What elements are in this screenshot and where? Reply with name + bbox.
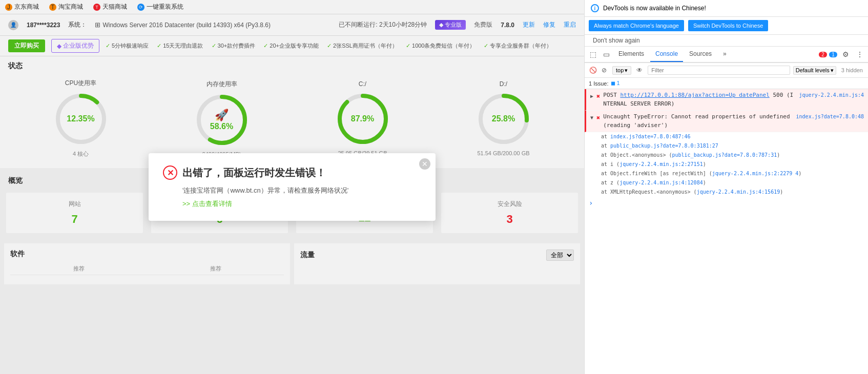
filter-input[interactable]: [648, 66, 790, 75]
more-options-icon[interactable]: ⋮: [854, 48, 866, 60]
devtools-tabs-bar: ⬚ ▭ Elements Console Sources » 2 1 ⚙ ⋮: [585, 47, 868, 63]
modal-message: '连接宝塔官网（www.bt.cn）异常，请检查服务网络状况': [182, 186, 421, 195]
stack-5: at z (jquery-2.2.4.min.js:4:12084): [585, 178, 868, 188]
devtools-panel: i DevTools is now available in Chinese! …: [584, 0, 868, 374]
modal-detail-link[interactable]: >> 点击查看详情: [182, 199, 421, 209]
devtools-info-text: DevTools is now available in Chinese!: [603, 5, 706, 12]
tab-elements[interactable]: Elements: [613, 47, 649, 62]
modal-error-icon: ✕: [163, 165, 177, 180]
filter-toggle-icon[interactable]: ⊘: [599, 65, 609, 75]
stack-1: at public_backup.js?date=7.8.0:3181:27: [585, 141, 868, 151]
expand-arrow-0[interactable]: ▶: [590, 92, 593, 100]
devtools-info-bar: i DevTools is now available in Chinese!: [585, 0, 868, 17]
tab-sources[interactable]: Sources: [684, 47, 717, 62]
settings-icon[interactable]: ⚙: [839, 48, 852, 60]
error-text-1: Uncaught TypeError: Cannot read properti…: [603, 113, 793, 130]
dont-show-again[interactable]: Don't show again: [589, 35, 644, 46]
inspect-icon[interactable]: ⬚: [587, 48, 599, 60]
stack-0: at index.js?date=7.8.0:487:46: [585, 132, 868, 141]
stack-6: at XMLHttpRequest.<anonymous> (jquery-2.…: [585, 188, 868, 197]
console-entry-0[interactable]: ▶ ✖ POST http://127.0.0.1:88/ajax?action…: [585, 89, 868, 111]
stack-3: at i (jquery-2.2.4.min.js:2:27151): [585, 160, 868, 169]
eye-icon[interactable]: 👁: [634, 65, 645, 75]
stack-4: at Object.fireWith [as rejectWith] (jque…: [585, 169, 868, 178]
devtools-filter-bar: 🚫 ⊘ top ▾ 👁 Default levels ▾ 3 hidden: [585, 63, 868, 78]
stack-2: at Object.<anonymous> (public_backup.js?…: [585, 151, 868, 160]
error-location-0[interactable]: jquery-2.2.4.min.js:4: [799, 91, 864, 99]
info-icon: i: [591, 4, 599, 12]
error-icon-1: ✖: [596, 113, 600, 122]
error-link-0[interactable]: http://127.0.0.1:88/ajax?action=Up dateP…: [620, 92, 769, 98]
modal-box: ✕ ✕ 出错了，面板运行时发生错误！ '连接宝塔官网（www.bt.cn）异常，…: [149, 153, 436, 221]
clear-console-icon[interactable]: 🚫: [588, 65, 598, 75]
console-expand-row[interactable]: ›: [585, 197, 868, 209]
devtools-action-bar: Always match Chrome's language Switch De…: [585, 17, 868, 35]
issues-link[interactable]: ◼ 1: [611, 80, 620, 87]
issue-icon: ◼: [611, 80, 615, 86]
modal-close-button[interactable]: ✕: [419, 158, 430, 170]
error-icon-0: ✖: [596, 92, 600, 101]
switch-devtools-button[interactable]: Switch DevTools to Chinese: [688, 20, 768, 31]
tab-console[interactable]: Console: [650, 47, 683, 62]
modal-title-row: ✕ 出错了，面板运行时发生错误！: [163, 165, 421, 180]
device-icon[interactable]: ▭: [600, 48, 612, 60]
filter-icons: 🚫 ⊘: [588, 65, 609, 75]
issues-bar: 1 Issue: ◼ 1: [585, 78, 868, 89]
expand-arrow-1[interactable]: ▼: [590, 114, 593, 121]
modal-title: 出错了，面板运行时发生错误！: [182, 166, 326, 180]
tab-more[interactable]: »: [718, 47, 732, 62]
console-content: ▶ ✖ POST http://127.0.0.1:88/ajax?action…: [585, 89, 868, 374]
console-entry-1[interactable]: ▼ ✖ Uncaught TypeError: Cannot read prop…: [585, 111, 868, 132]
modal-overlay: ✕ ✕ 出错了，面板运行时发生错误！ '连接宝塔官网（www.bt.cn）异常，…: [0, 0, 584, 374]
hidden-count: 3 hidden: [839, 67, 865, 73]
warning-count-badge: 1: [829, 52, 837, 57]
console-context-select[interactable]: top ▾: [612, 66, 631, 75]
log-level-select[interactable]: Default levels ▾: [793, 66, 836, 75]
error-count-badge: 2: [819, 52, 827, 57]
error-text-0: POST http://127.0.0.1:88/ajax?action=Up …: [603, 91, 796, 108]
always-match-button[interactable]: Always match Chrome's language: [589, 20, 684, 31]
error-location-1[interactable]: index.js?date=7.8.0:48: [796, 113, 864, 120]
